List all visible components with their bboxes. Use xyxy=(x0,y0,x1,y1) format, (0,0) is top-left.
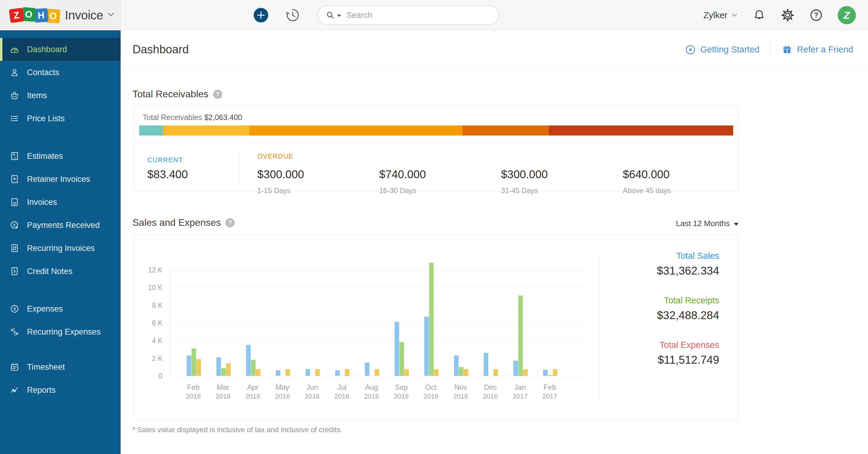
bar-expenses xyxy=(226,363,230,376)
y-axis-tick: 10 K xyxy=(134,284,162,292)
bucket-label: 31-45 Days xyxy=(501,186,616,195)
sidebar-item-items[interactable]: Items xyxy=(0,84,121,107)
bar-receipts xyxy=(191,349,196,376)
bell-icon[interactable] xyxy=(752,8,766,22)
main-content: Dashboard Getting Started Refer a Friend… xyxy=(121,30,868,454)
sidebar-item-payments-received[interactable]: $Payments Received xyxy=(0,214,121,237)
bar-expenses xyxy=(345,369,349,376)
caret-down-icon xyxy=(734,223,739,226)
sidebar-item-expenses[interactable]: $Expenses xyxy=(0,297,121,320)
search-input[interactable] xyxy=(346,10,491,20)
bucket-label: 16-30 Days xyxy=(379,186,494,195)
help-icon[interactable]: ? xyxy=(225,218,235,227)
sidebar-item-retainer-invoices[interactable]: Retainer Invoices xyxy=(0,168,121,191)
current-label: CURRENT xyxy=(147,156,183,164)
zoho-logo: ZOHO xyxy=(10,8,60,22)
date-range-dropdown[interactable]: Last 12 Months xyxy=(676,219,739,228)
receivables-summary: Total Receivables $2,063.400 xyxy=(143,113,242,122)
bar-receipts xyxy=(518,296,523,376)
sidebar-item-label: Contacts xyxy=(27,68,59,77)
bucket-value: $300.000 xyxy=(257,168,372,181)
dashboard-icon xyxy=(9,44,20,55)
chart-plot xyxy=(170,270,588,376)
bar-expenses xyxy=(404,369,409,376)
topbar-right: Zylker ? xyxy=(704,0,856,30)
gift-icon xyxy=(782,44,793,55)
estimates-icon xyxy=(9,151,20,161)
sidebar-item-label: Items xyxy=(27,91,47,100)
bucket-value: $740.000 xyxy=(379,168,494,181)
gridline xyxy=(170,359,588,359)
org-switcher[interactable]: Zylker xyxy=(704,10,738,20)
sidebar-group-gap xyxy=(0,343,121,356)
search-scope-caret-icon[interactable] xyxy=(337,14,341,17)
total-label: Total Expenses xyxy=(657,340,719,350)
bar-expenses xyxy=(493,369,498,376)
bar-sales xyxy=(424,317,429,376)
sales-footnote: * Sales value displayed is inclusive of … xyxy=(132,425,342,434)
bar-expenses xyxy=(196,359,201,376)
overdue-bucket: $640.000Above 45 days xyxy=(623,168,738,195)
sidebar-item-contacts[interactable]: Contacts xyxy=(0,61,121,84)
aging-segment-16-30-days xyxy=(249,125,463,135)
recurring-invoices-icon xyxy=(9,243,20,253)
bar-receipts xyxy=(221,368,226,376)
user-avatar[interactable]: Z xyxy=(838,6,856,24)
sidebar-item-invoices[interactable]: Invoices xyxy=(0,191,121,214)
expenses-icon: $ xyxy=(9,304,20,314)
total-label: Total Sales xyxy=(657,251,719,261)
page-title: Dashboard xyxy=(132,43,189,56)
bar-sales xyxy=(246,345,251,376)
sales-expenses-section-heading: Sales and Expenses ? xyxy=(132,217,235,228)
sidebar-item-label: Credit Notes xyxy=(27,267,72,276)
gear-icon[interactable] xyxy=(781,8,795,22)
bar-receipts xyxy=(429,263,434,376)
quick-create-button[interactable] xyxy=(254,8,268,23)
refer-a-friend-link[interactable]: Refer a Friend xyxy=(782,44,853,55)
brand-product-name: Invoice xyxy=(65,8,103,23)
y-axis-tick: 6 K xyxy=(134,319,162,327)
chevron-down-icon xyxy=(731,13,738,18)
total-value: $31,362.334 xyxy=(657,265,719,277)
sidebar-item-reports[interactable]: Reports xyxy=(0,379,121,401)
timesheet-icon xyxy=(9,362,20,372)
aging-segment-current xyxy=(139,125,163,135)
price-lists-icon xyxy=(9,113,20,124)
total-value: $32,488.284 xyxy=(657,309,719,322)
sidebar-item-label: Timesheet xyxy=(27,362,65,372)
help-icon[interactable]: ? xyxy=(809,8,823,22)
help-icon[interactable]: ? xyxy=(213,90,222,99)
receivables-summary-row: Total Receivables $2,063.400 xyxy=(134,107,738,143)
bar-receipts xyxy=(399,342,404,376)
total-total-receipts: Total Receipts$32,488.284 xyxy=(657,296,719,322)
brand[interactable]: ZOHO Invoice xyxy=(0,0,121,30)
recent-history-icon[interactable] xyxy=(285,7,300,23)
getting-started-link[interactable]: Getting Started xyxy=(685,44,760,55)
receivables-card: Total Receivables $2,063.400 CURRENT $83… xyxy=(133,106,739,191)
bucket-label: Above 45 days xyxy=(623,186,738,195)
sidebar-item-timesheet[interactable]: Timesheet xyxy=(0,356,121,379)
bar-sales xyxy=(395,322,399,376)
x-axis-label: Feb2017 xyxy=(532,383,568,401)
topbar-main: Zylker ? xyxy=(121,0,868,30)
sidebar-item-recurring-invoices[interactable]: Recurring Invoices xyxy=(0,237,121,260)
total-value: $11,512.749 xyxy=(657,354,719,366)
bar-sales xyxy=(276,370,280,376)
bar-expenses xyxy=(434,369,438,376)
sidebar-item-estimates[interactable]: Estimates xyxy=(0,145,121,168)
sidebar-item-dashboard[interactable]: Dashboard xyxy=(0,38,121,61)
gridline xyxy=(170,341,588,341)
sidebar-item-label: Estimates xyxy=(27,152,63,161)
sidebar-item-price-lists[interactable]: Price Lists xyxy=(0,107,121,130)
search-box[interactable] xyxy=(317,5,499,25)
sidebar-item-label: Dashboard xyxy=(27,45,67,54)
overdue-label: OVERDUE xyxy=(257,152,293,160)
sidebar-item-credit-notes[interactable]: $Credit Notes xyxy=(0,260,121,283)
sidebar-item-recurring-expenses[interactable]: $Recurring Expenses xyxy=(0,320,121,343)
receivables-section-heading: Total Receivables ? xyxy=(132,89,222,100)
sidebar-item-label: Expenses xyxy=(27,304,63,314)
y-axis-tick: 0 xyxy=(134,372,162,380)
search-icon xyxy=(326,10,335,20)
sidebar: DashboardContactsItemsPrice ListsEstimat… xyxy=(0,30,121,454)
sidebar-item-label: Recurring Expenses xyxy=(27,327,101,337)
